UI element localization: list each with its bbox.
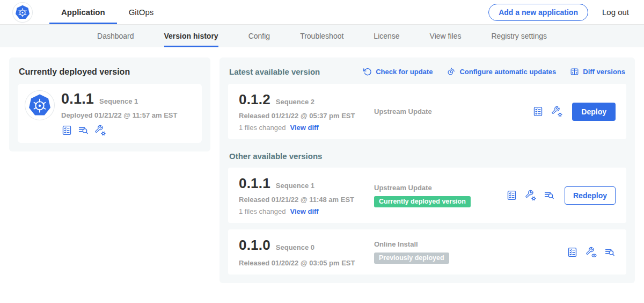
add-application-button[interactable]: Add a new application	[488, 4, 588, 21]
files-changed: 1 files changed	[239, 124, 286, 132]
header-tab-gitops[interactable]: GitOps	[117, 0, 166, 24]
schedule-icon	[447, 67, 456, 76]
currently-deployed-badge: Currently deployed version	[374, 196, 471, 207]
tab-license[interactable]: License	[374, 25, 399, 47]
tab-troubleshoot[interactable]: Troubleshoot	[300, 25, 343, 47]
redeploy-button[interactable]: Redeploy	[565, 186, 616, 205]
released-timestamp: Released 01/20/22 @ 03:05 pm EST	[239, 259, 374, 267]
app-icon	[25, 91, 54, 120]
files-changed: 1 files changed	[239, 207, 286, 215]
diff-icon	[570, 67, 579, 76]
version-number: 0.1.0	[239, 237, 270, 254]
kubernetes-logo-icon	[14, 4, 31, 20]
version-source: Upstream Update	[374, 184, 506, 192]
view-diff-link[interactable]: View diff	[290, 207, 318, 215]
tab-dashboard-label: Dashboard	[97, 32, 134, 40]
version-source: Upstream Update	[374, 107, 532, 116]
deployed-version-number: 0.1.1	[61, 91, 94, 107]
release-notes-icon[interactable]	[61, 125, 72, 136]
deployed-sequence: Sequence 1	[99, 97, 138, 105]
tab-version-history-label: Version history	[164, 32, 218, 40]
configure-automatic-updates-link[interactable]: Configure automatic updates	[447, 67, 556, 76]
release-notes-icon[interactable]	[567, 247, 578, 258]
previously-deployed-badge: Previously deployed	[374, 252, 449, 264]
release-notes-icon[interactable]	[506, 190, 517, 201]
configure-automatic-updates-label: Configure automatic updates	[459, 68, 556, 76]
version-sequence: Sequence 0	[276, 243, 314, 251]
tab-troubleshoot-label: Troubleshoot	[300, 32, 343, 40]
header-nav: Application GitOps	[49, 0, 165, 24]
deployed-panel-title: Currently deployed version	[19, 67, 202, 77]
app-subnav: Dashboard Version history Config Trouble…	[0, 25, 644, 47]
deploy-logs-icon[interactable]	[544, 190, 555, 201]
version-sequence: Sequence 2	[276, 98, 314, 106]
tab-config-label: Config	[248, 32, 270, 40]
refresh-icon	[363, 67, 372, 76]
currently-deployed-panel: Currently deployed version 0.1.1 Sequenc…	[9, 57, 210, 152]
config-gear-icon[interactable]	[94, 125, 106, 136]
other-versions-title: Other available versions	[229, 152, 625, 161]
tab-registry-settings-label: Registry settings	[492, 32, 547, 40]
check-for-update-link[interactable]: Check for update	[363, 67, 433, 76]
deployed-timestamp: Deployed 01/21/22 @ 11:57 am EST	[61, 111, 177, 119]
version-card-0-1-0: 0.1.0 Sequence 0 Released 01/20/22 @ 03:…	[228, 229, 626, 275]
version-number: 0.1.1	[239, 175, 270, 192]
deploy-logs-icon[interactable]	[604, 247, 616, 258]
released-timestamp: Released 01/21/22 @ 11:48 am EST	[239, 196, 374, 204]
tab-version-history[interactable]: Version history	[164, 25, 218, 47]
kubernetes-logo	[13, 3, 32, 22]
version-actions: Check for update Configure automatic upd…	[363, 67, 625, 76]
deploy-button[interactable]: Deploy	[572, 103, 616, 121]
kubernetes-logo-icon	[27, 93, 52, 118]
header-tab-application-label: Application	[61, 8, 105, 17]
tab-registry-settings[interactable]: Registry settings	[492, 25, 547, 47]
version-card-0-1-2: 0.1.2 Sequence 2 Released 01/21/22 @ 05:…	[228, 84, 626, 139]
check-for-update-label: Check for update	[376, 68, 433, 76]
app-header: Application GitOps Add a new application…	[0, 0, 644, 25]
tab-view-files[interactable]: View files	[430, 25, 462, 47]
header-tab-application[interactable]: Application	[49, 0, 117, 24]
view-diff-link[interactable]: View diff	[290, 124, 318, 132]
tab-view-files-label: View files	[430, 32, 462, 40]
deployed-version-card: 0.1.1 Sequence 1 Deployed 01/21/22 @ 11:…	[18, 84, 202, 143]
config-gear-icon[interactable]	[525, 190, 536, 201]
diff-versions-label: Diff versions	[583, 68, 625, 76]
version-sequence: Sequence 1	[276, 182, 314, 190]
tab-dashboard[interactable]: Dashboard	[97, 25, 134, 47]
view-config-icon[interactable]	[586, 247, 597, 258]
tab-config[interactable]: Config	[248, 25, 270, 47]
diff-versions-link[interactable]: Diff versions	[570, 67, 625, 76]
config-gear-icon[interactable]	[551, 106, 562, 117]
version-number: 0.1.2	[239, 91, 270, 108]
deploy-logs-icon[interactable]	[78, 125, 89, 136]
version-source: Online Install	[374, 240, 567, 248]
latest-available-title: Latest available version	[229, 67, 320, 76]
version-card-0-1-1: 0.1.1 Sequence 1 Released 01/21/22 @ 11:…	[228, 168, 626, 223]
release-notes-icon[interactable]	[532, 106, 544, 117]
header-right: Add a new application Log out	[488, 0, 629, 24]
available-versions-panel: Latest available version Check for updat…	[219, 57, 635, 283]
header-tab-gitops-label: GitOps	[129, 8, 154, 17]
released-timestamp: Released 01/21/22 @ 05:37 pm EST	[239, 112, 374, 120]
logout-link[interactable]: Log out	[602, 8, 629, 17]
version-history-page: Currently deployed version 0.1.1 Sequenc…	[0, 47, 644, 293]
deployed-version-info: 0.1.1 Sequence 1 Deployed 01/21/22 @ 11:…	[61, 91, 177, 136]
tab-license-label: License	[374, 32, 399, 40]
